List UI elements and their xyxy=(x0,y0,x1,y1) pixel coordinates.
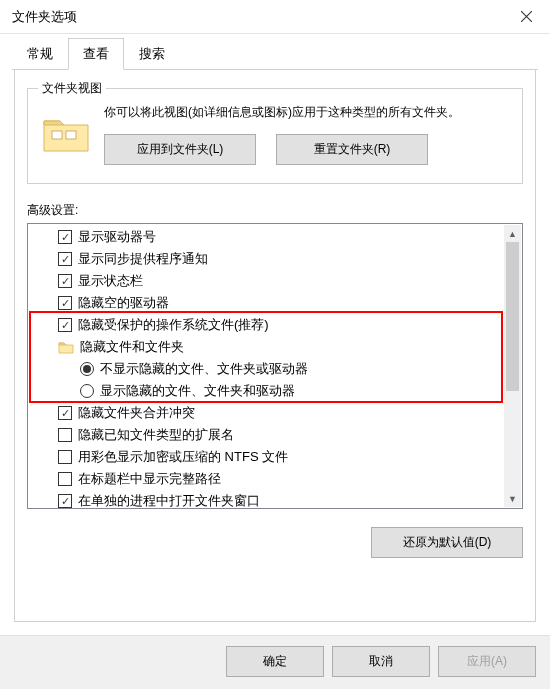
close-button[interactable] xyxy=(504,2,548,32)
folder-views-group: 文件夹视图 你可以将此视图(如详细信息或图标)应用于这种类型的所有文件夹。 应用… xyxy=(27,88,523,184)
tree-item-label: 隐藏文件和文件夹 xyxy=(80,338,184,356)
scroll-up-arrow[interactable]: ▲ xyxy=(504,225,521,242)
tree-item[interactable]: 显示同步提供程序通知 xyxy=(28,248,522,270)
advanced-settings-tree: 显示驱动器号显示同步提供程序通知显示状态栏隐藏空的驱动器隐藏受保护的操作系统文件… xyxy=(27,223,523,509)
scrollbar-track[interactable] xyxy=(504,242,521,490)
group-description: 你可以将此视图(如详细信息或图标)应用于这种类型的所有文件夹。 xyxy=(104,103,510,122)
tree-item-label: 隐藏文件夹合并冲突 xyxy=(78,404,195,422)
tree-item[interactable]: 隐藏空的驱动器 xyxy=(28,292,522,314)
restore-defaults-button[interactable]: 还原为默认值(D) xyxy=(371,527,523,558)
checkbox[interactable] xyxy=(58,274,72,288)
tree-item-label: 显示驱动器号 xyxy=(78,228,156,246)
tree-item-label: 用彩色显示加密或压缩的 NTFS 文件 xyxy=(78,448,288,466)
tree-item[interactable]: 隐藏受保护的操作系统文件(推荐) xyxy=(28,314,522,336)
tab-search[interactable]: 搜索 xyxy=(124,38,180,70)
tree-item[interactable]: 隐藏已知文件类型的扩展名 xyxy=(28,424,522,446)
cancel-button[interactable]: 取消 xyxy=(332,646,430,677)
title-bar: 文件夹选项 xyxy=(0,0,550,34)
checkbox[interactable] xyxy=(58,318,72,332)
tab-strip: 常规 查看 搜索 xyxy=(0,34,550,70)
tree-item[interactable]: 显示状态栏 xyxy=(28,270,522,292)
tree-item-label: 显示同步提供程序通知 xyxy=(78,250,208,268)
tree-item-label: 在单独的进程中打开文件夹窗口 xyxy=(78,492,260,508)
group-legend: 文件夹视图 xyxy=(38,80,106,97)
tree-item[interactable]: 在单独的进程中打开文件夹窗口 xyxy=(28,490,522,508)
reset-folders-button[interactable]: 重置文件夹(R) xyxy=(276,134,428,165)
tree-item[interactable]: 显示驱动器号 xyxy=(28,226,522,248)
svg-rect-3 xyxy=(66,131,76,139)
tree-item[interactable]: 不显示隐藏的文件、文件夹或驱动器 xyxy=(28,358,522,380)
ok-button[interactable]: 确定 xyxy=(226,646,324,677)
tree-item-label: 在标题栏中显示完整路径 xyxy=(78,470,221,488)
apply-to-folders-button[interactable]: 应用到文件夹(L) xyxy=(104,134,256,165)
tree-item-label: 显示隐藏的文件、文件夹和驱动器 xyxy=(100,382,295,400)
radio[interactable] xyxy=(80,384,94,398)
checkbox[interactable] xyxy=(58,494,72,508)
checkbox[interactable] xyxy=(58,406,72,420)
advanced-settings-label: 高级设置: xyxy=(27,202,523,219)
close-icon xyxy=(521,11,532,22)
tree-item-label: 隐藏空的驱动器 xyxy=(78,294,169,312)
window-title: 文件夹选项 xyxy=(12,8,77,26)
tab-general[interactable]: 常规 xyxy=(12,38,68,70)
checkbox[interactable] xyxy=(58,296,72,310)
tree-item[interactable]: 用彩色显示加密或压缩的 NTFS 文件 xyxy=(28,446,522,468)
checkbox[interactable] xyxy=(58,230,72,244)
scroll-down-arrow[interactable]: ▼ xyxy=(504,490,521,507)
tree-item[interactable]: 显示隐藏的文件、文件夹和驱动器 xyxy=(28,380,522,402)
tree-item-label: 隐藏已知文件类型的扩展名 xyxy=(78,426,234,444)
tree-item[interactable]: 隐藏文件夹合并冲突 xyxy=(28,402,522,424)
apply-button[interactable]: 应用(A) xyxy=(438,646,536,677)
folder-icon xyxy=(40,107,92,159)
tab-view[interactable]: 查看 xyxy=(68,38,124,70)
radio[interactable] xyxy=(80,362,94,376)
checkbox[interactable] xyxy=(58,428,72,442)
checkbox[interactable] xyxy=(58,472,72,486)
tree-item-label: 隐藏受保护的操作系统文件(推荐) xyxy=(78,316,269,334)
scrollbar-thumb[interactable] xyxy=(506,242,519,391)
tree-item-label: 不显示隐藏的文件、文件夹或驱动器 xyxy=(100,360,308,378)
svg-rect-2 xyxy=(52,131,62,139)
tree-item[interactable]: 在标题栏中显示完整路径 xyxy=(28,468,522,490)
tab-panel-view: 文件夹视图 你可以将此视图(如详细信息或图标)应用于这种类型的所有文件夹。 应用… xyxy=(14,70,536,622)
checkbox[interactable] xyxy=(58,252,72,266)
folder-icon xyxy=(58,340,74,354)
checkbox[interactable] xyxy=(58,450,72,464)
vertical-scrollbar[interactable]: ▲ ▼ xyxy=(504,225,521,507)
dialog-footer: 确定 取消 应用(A) xyxy=(0,635,550,689)
tree-item: 隐藏文件和文件夹 xyxy=(28,336,522,358)
tree-item-label: 显示状态栏 xyxy=(78,272,143,290)
